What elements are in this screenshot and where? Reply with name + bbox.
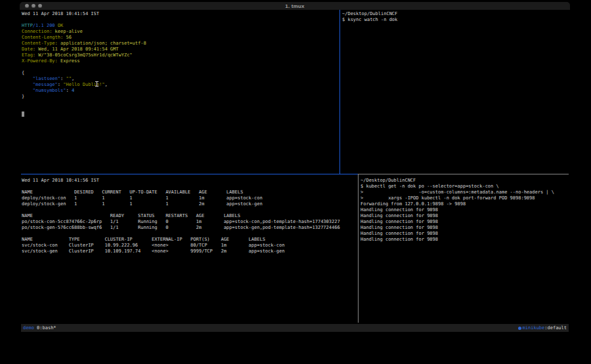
terminal-line: "message": "Hello Dublin!", [22, 82, 339, 88]
terminal-line [22, 17, 339, 23]
terminal-line: NAME TYPE CLUSTER-IP EXTERNAL-IP PORT(S)… [22, 237, 358, 243]
terminal-line [22, 111, 339, 117]
zoom-button[interactable] [38, 4, 42, 8]
terminal-line: X-Powered-By: Express [22, 58, 339, 64]
terminal-window: 1. tmux Wed 11 Apr 2018 10:41:54 ISTHTTP… [20, 2, 570, 333]
terminal-line: Handling connection for 9898 [361, 207, 570, 213]
terminal-line: ETag: W/"38-05coCsrg3mQ75sHr1d/qcWTwYZc" [22, 52, 339, 58]
terminal-line: { [22, 70, 339, 76]
pane-port-forward[interactable]: ~/Desktop/DublinCNCF$ kubectl get -n dok… [359, 174, 570, 323]
top-pane-row: Wed 11 Apr 2018 10:41:54 ISTHTTP/1.1 200… [20, 10, 570, 174]
terminal-line: Handling connection for 9898 [361, 231, 570, 237]
terminal-line [22, 207, 358, 213]
terminal-line [22, 231, 358, 237]
terminal-line: svc/stock-con ClusterIP 10.99.222.96 <no… [22, 243, 358, 249]
terminal-line: HTTP/1.1 200 OK [22, 23, 339, 29]
terminal-line: Content-Length: 56 [22, 35, 339, 41]
terminal-line: > xargs -IPOD kubectl -n dok port-forwar… [361, 195, 570, 201]
traffic-lights [25, 4, 42, 8]
terminal-line: Forwarding from 127.0.0.1:9898 -> 9898 [361, 201, 570, 207]
terminal-line [22, 106, 339, 111]
mouse-cursor [97, 81, 97, 87]
window-list[interactable]: demo 0:bash* [23, 324, 56, 332]
window-title: 1. tmux [20, 3, 570, 9]
bottom-pane-row: Wed 11 Apr 2018 10:41:56 ISTNAME DESIRED… [20, 174, 570, 323]
tmux-status-bar: demo 0:bash* minikube:default [21, 324, 569, 332]
terminal-line: NAME DESIRED CURRENT UP-TO-DATE AVAILABL… [22, 190, 358, 195]
terminal-line: Wed 11 Apr 2018 10:41:54 IST [22, 11, 339, 17]
terminal-line: deploy/stock-gen 1 1 1 1 2m app=stock-ge… [22, 201, 358, 207]
terminal-line: "numsymbols": 4 [22, 88, 339, 94]
close-button[interactable] [25, 4, 29, 8]
terminal-line: ~/Desktop/DublinCNCF [342, 11, 570, 17]
terminal-line [22, 100, 339, 106]
pane-ksync-watch[interactable]: ~/Desktop/DublinCNCF$ ksync watch -n dok [340, 10, 570, 174]
terminal-line: ~/Desktop/DublinCNCF [361, 178, 570, 184]
terminal-line: NAME READY STATUS RESTARTS AGE LABELS [22, 213, 358, 219]
window-titlebar[interactable]: 1. tmux [20, 2, 570, 10]
terminal-line: Handling connection for 9898 [361, 225, 570, 231]
terminal-line: Handling connection for 9898 [361, 219, 570, 225]
terminal-line: Connection: keep-alive [22, 29, 339, 35]
terminal-line: Handling connection for 9898 [361, 237, 570, 243]
terminal-line: "lastseen": "", [22, 76, 339, 82]
pane-kubectl-resources[interactable]: Wed 11 Apr 2018 10:41:56 ISTNAME DESIRED… [20, 174, 358, 323]
terminal-line: } [22, 94, 339, 100]
terminal-line: Date: Wed, 11 Apr 2018 09:41:54 GMT [22, 47, 339, 52]
terminal-line [22, 64, 339, 70]
terminal-line: po/stock-con-5cc874766c-2p6rp 1/1 Runnin… [22, 219, 358, 225]
kube-context: minikube:default [523, 324, 567, 332]
terminal-line: $ kubectl get -n dok po --selector=app=s… [361, 184, 570, 190]
terminal-line: > -o=custom-columns=:metadata.name --no-… [361, 190, 570, 195]
terminal-line: Wed 11 Apr 2018 10:41:56 IST [22, 178, 358, 184]
pane-http-response[interactable]: Wed 11 Apr 2018 10:41:54 ISTHTTP/1.1 200… [20, 10, 339, 174]
kubernetes-icon [518, 327, 521, 330]
terminal-line: svc/stock-gen ClusterIP 10.109.197.74 <n… [22, 249, 358, 254]
minimize-button[interactable] [32, 4, 35, 8]
terminal-line: deploy/stock-con 1 1 1 1 1m app=stock-co… [22, 195, 358, 201]
status-right: minikube:default [518, 324, 567, 332]
terminal-line [22, 184, 358, 190]
terminal-line: Handling connection for 9898 [361, 213, 570, 219]
terminal-line: Content-Type: application/json; charset=… [22, 41, 339, 47]
tmux-session: Wed 11 Apr 2018 10:41:54 ISTHTTP/1.1 200… [20, 10, 570, 332]
terminal-line: $ ksync watch -n dok [342, 17, 570, 23]
terminal-line: po/stock-gen-576cc688bb-swqf6 1/1 Runnin… [22, 225, 358, 231]
